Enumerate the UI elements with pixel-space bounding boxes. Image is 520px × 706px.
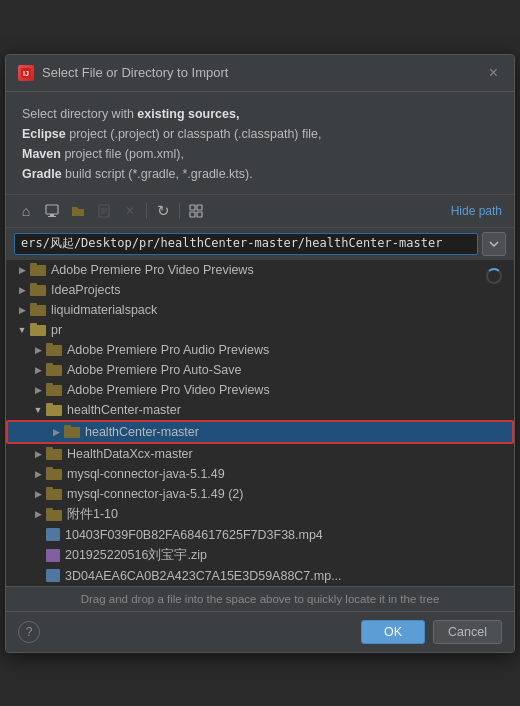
tree-row[interactable]: ▶ 3D04AEA6CA0B2A423C7A15E3D59A88C7.mp... — [6, 566, 514, 586]
description-text: Select directory with existing sources, … — [6, 92, 514, 195]
cancel-button[interactable]: Cancel — [433, 620, 502, 644]
settings-button[interactable] — [184, 199, 208, 223]
chevron-down-icon: ▼ — [30, 402, 46, 418]
toolbar-divider — [146, 203, 147, 219]
svg-rect-12 — [197, 212, 202, 217]
zip-file-icon — [46, 549, 60, 562]
folder-open-icon — [46, 403, 62, 416]
tree-row[interactable]: ▼ healthCenter-master — [6, 400, 514, 420]
svg-rect-2 — [46, 205, 58, 214]
desktop-button[interactable] — [40, 199, 64, 223]
tree-row[interactable]: ▶ 10403F039F0B82FA684617625F7D3F38.mp4 — [6, 525, 514, 545]
path-input[interactable] — [14, 233, 478, 255]
chevron-right-icon: ▶ — [30, 486, 46, 502]
favorites-button — [92, 199, 116, 223]
hide-path-button[interactable]: Hide path — [447, 202, 506, 220]
mp4-file-icon — [46, 528, 60, 541]
folder-icon — [46, 343, 62, 356]
folder-icon — [46, 467, 62, 480]
home-button[interactable]: ⌂ — [14, 199, 38, 223]
folder-open-icon — [30, 323, 46, 336]
folder-icon — [30, 303, 46, 316]
tree-row[interactable]: ▶ Adobe Premiere Pro Video Previews — [6, 380, 514, 400]
toolbar-divider-2 — [179, 203, 180, 219]
refresh-button[interactable]: ↻ — [151, 199, 175, 223]
import-dialog: IJ Select File or Directory to Import × … — [5, 54, 515, 653]
chevron-right-icon: ▶ — [30, 362, 46, 378]
folder-icon — [46, 508, 62, 521]
chevron-right-icon: ▶ — [30, 506, 46, 522]
svg-rect-9 — [190, 205, 195, 210]
mp4-file-icon — [46, 569, 60, 582]
toolbar: ⌂ ✕ ↻ — [6, 195, 514, 228]
chevron-spacer: ▶ — [30, 568, 46, 584]
folder-icon — [46, 383, 62, 396]
folder-icon — [30, 263, 46, 276]
tree-row[interactable]: ▶ Adobe Premiere Pro Video Previews — [6, 260, 514, 280]
tree-row[interactable]: ▶ 附件1-10 — [6, 504, 514, 525]
tree-row[interactable]: ▶ IdeaProjects — [6, 280, 514, 300]
svg-rect-3 — [50, 214, 54, 216]
folder-icon — [30, 283, 46, 296]
tree-row-selected[interactable]: ▶ healthCenter-master — [6, 420, 514, 444]
chevron-right-icon: ▶ — [30, 446, 46, 462]
tree-row[interactable]: ▶ Adobe Premiere Pro Auto-Save — [6, 360, 514, 380]
svg-rect-4 — [48, 216, 56, 217]
path-bar — [14, 232, 506, 256]
tree-row[interactable]: ▶ mysql-connector-java-5.1.49 — [6, 464, 514, 484]
chevron-spacer: ▶ — [30, 527, 46, 543]
close-button[interactable]: × — [485, 63, 502, 83]
chevron-right-icon: ▶ — [30, 382, 46, 398]
loading-spinner — [486, 268, 502, 284]
dialog-title: Select File or Directory to Import — [42, 65, 228, 80]
folder-icon — [46, 447, 62, 460]
chevron-right-icon: ▶ — [48, 424, 64, 440]
tree-row[interactable]: ▶ Adobe Premiere Pro Audio Previews — [6, 340, 514, 360]
folder-icon — [64, 425, 80, 438]
title-bar-left: IJ Select File or Directory to Import — [18, 65, 228, 81]
help-button[interactable]: ? — [18, 621, 40, 643]
path-browse-button[interactable] — [482, 232, 506, 256]
chevron-right-icon: ▶ — [30, 466, 46, 482]
chevron-right-icon: ▶ — [14, 282, 30, 298]
chevron-spacer: ▶ — [30, 547, 46, 563]
footer-buttons: OK Cancel — [361, 620, 502, 644]
tree-row[interactable]: ▶ HealthDataXcx-master — [6, 444, 514, 464]
delete-button: ✕ — [118, 199, 142, 223]
folder-icon — [46, 363, 62, 376]
tree-row[interactable]: ▶ liquidmaterialspack — [6, 300, 514, 320]
svg-rect-11 — [190, 212, 195, 217]
tree-row[interactable]: ▶ mysql-connector-java-5.1.49 (2) — [6, 484, 514, 504]
dialog-footer: ? OK Cancel — [6, 611, 514, 652]
folder-button[interactable] — [66, 199, 90, 223]
file-tree[interactable]: ▶ Adobe Premiere Pro Video Previews ▶ Id… — [6, 260, 514, 586]
chevron-right-icon: ▶ — [14, 302, 30, 318]
ok-button[interactable]: OK — [361, 620, 425, 644]
tree-row[interactable]: ▶ 201925220516刘宝宇.zip — [6, 545, 514, 566]
folder-icon — [46, 487, 62, 500]
chevron-right-icon: ▶ — [30, 342, 46, 358]
svg-text:IJ: IJ — [23, 70, 29, 77]
title-bar: IJ Select File or Directory to Import × — [6, 55, 514, 92]
app-icon: IJ — [18, 65, 34, 81]
chevron-right-icon: ▶ — [14, 262, 30, 278]
svg-rect-10 — [197, 205, 202, 210]
status-bar: Drag and drop a file into the space abov… — [6, 586, 514, 611]
chevron-down-icon: ▼ — [14, 322, 30, 338]
tree-row[interactable]: ▼ pr — [6, 320, 514, 340]
